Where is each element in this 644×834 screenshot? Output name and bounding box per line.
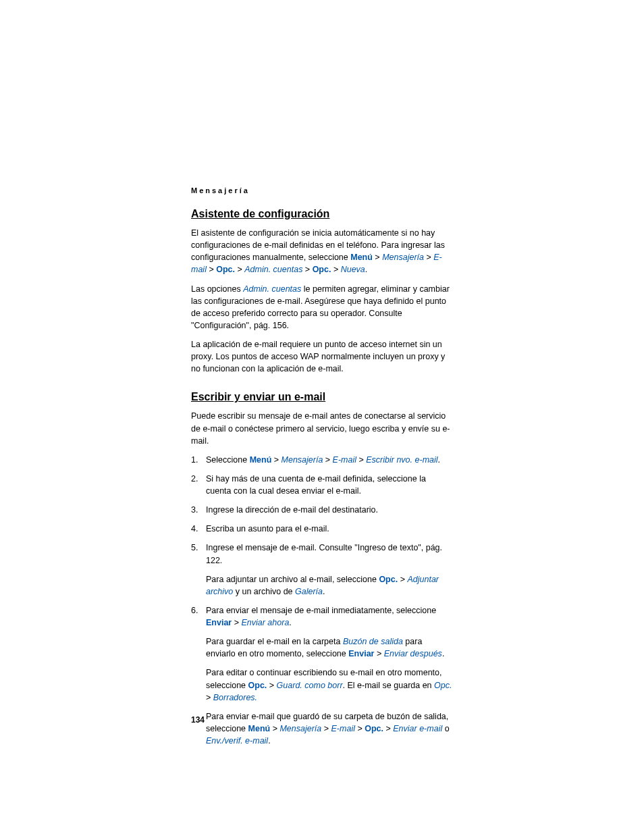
separator: > xyxy=(321,724,331,733)
separator: > xyxy=(355,724,365,733)
menu-link: Escribir nvo. e-mail xyxy=(366,455,437,465)
text: . xyxy=(365,265,367,274)
list-item: Para enviar el mensaje de e-mail inmedia… xyxy=(191,604,453,747)
menu-link: Galería xyxy=(295,587,323,596)
menu-link: Menú xyxy=(250,455,272,465)
menu-link: Opc. xyxy=(379,575,398,584)
text: Para enviar el mensaje de e-mail inmedia… xyxy=(206,606,436,615)
menu-link: Buzón de salida xyxy=(343,637,403,646)
menu-link: Opc. xyxy=(216,265,235,274)
menu-link: Admin. cuentas xyxy=(244,265,302,274)
separator: > xyxy=(424,253,433,262)
list-item: Ingrese el mensaje de e-mail. Consulte "… xyxy=(191,542,453,598)
menu-link: Enviar ahora xyxy=(241,618,289,627)
text: Las opciones xyxy=(191,284,243,294)
list-item: Ingrese la dirección de e-mail del desti… xyxy=(191,504,453,516)
page-number: 134 xyxy=(191,715,205,725)
separator: > xyxy=(271,455,281,465)
text: . xyxy=(268,736,270,746)
menu-link: Mensajería xyxy=(281,455,323,465)
menu-link: Opc. xyxy=(365,724,383,733)
menu-link: Env./verif. e-mail xyxy=(206,736,268,746)
menu-link: Menú xyxy=(350,253,373,262)
separator: > xyxy=(207,265,216,274)
sub-paragraph: Para editar o continuar escribiendo su e… xyxy=(206,667,453,703)
page-header-label: Mensajería xyxy=(191,186,453,194)
section-heading-config: Asistente de configuración xyxy=(191,208,453,220)
sub-paragraph: Para guardar el e-mail en la carpeta Buz… xyxy=(206,635,453,660)
menu-link: Enviar xyxy=(206,618,232,627)
sub-paragraph: Para enviar e-mail que guardó de su carp… xyxy=(206,710,453,747)
menu-link: Mensajería xyxy=(279,724,321,733)
text: . xyxy=(289,618,291,627)
menu-link: E-mail xyxy=(333,455,356,465)
separator: > xyxy=(398,575,407,584)
menu-link: Enviar xyxy=(348,649,374,658)
separator: > xyxy=(356,455,366,465)
separator: > xyxy=(374,649,383,658)
separator: > xyxy=(302,265,312,274)
menu-link: Guard. como borr xyxy=(277,681,343,690)
menu-link: Opc. xyxy=(434,681,452,690)
menu-link: Mensajería xyxy=(382,253,424,262)
section-heading-write: Escribir y enviar un e-mail xyxy=(191,391,453,403)
para-config-1: El asistente de configuración se inicia … xyxy=(191,227,453,276)
separator: > xyxy=(267,681,276,690)
separator: > xyxy=(373,253,382,262)
separator: > xyxy=(206,693,213,702)
para-config-2: Las opciones Admin. cuentas le permiten … xyxy=(191,283,453,332)
separator: > xyxy=(232,618,241,627)
text: . xyxy=(323,587,325,596)
menu-link: Opc. xyxy=(313,265,331,274)
separator: > xyxy=(323,455,332,465)
menu-link: Enviar e-mail xyxy=(393,724,442,733)
para-config-3: La aplicación de e-mail requiere un punt… xyxy=(191,338,453,375)
text: . xyxy=(438,455,440,465)
instruction-list: Seleccione Menú > Mensajería > E-mail > … xyxy=(191,454,453,747)
text: Ingrese el mensaje de e-mail. Consulte "… xyxy=(206,543,442,565)
text: Seleccione xyxy=(206,455,250,465)
menu-link: Admin. cuentas xyxy=(243,284,301,294)
separator: > xyxy=(235,265,244,274)
text: Para adjuntar un archivo al e-mail, sele… xyxy=(206,575,379,584)
menu-link: Opc. xyxy=(248,681,267,690)
text: o xyxy=(442,724,449,733)
sub-paragraph: Para adjuntar un archivo al e-mail, sele… xyxy=(206,573,453,598)
menu-link: E-mail xyxy=(331,724,355,733)
list-item: Si hay más de una cuenta de e-mail defin… xyxy=(191,473,453,497)
menu-link: Enviar después xyxy=(384,649,442,658)
menu-link: Nueva xyxy=(341,265,365,274)
text: y un archivo de xyxy=(233,587,295,596)
list-item: Seleccione Menú > Mensajería > E-mail > … xyxy=(191,454,453,466)
text: . El e-mail se guarda en xyxy=(343,681,435,690)
para-write-intro: Puede escribir su mensaje de e-mail ante… xyxy=(191,410,453,446)
menu-link: Borradores. xyxy=(213,693,257,702)
text: Para guardar el e-mail en la carpeta xyxy=(206,637,343,646)
separator: > xyxy=(383,724,393,733)
text: . xyxy=(442,649,444,658)
separator: > xyxy=(331,265,340,274)
list-item: Escriba un asunto para el e-mail. xyxy=(191,523,453,535)
menu-link: Menú xyxy=(248,724,271,733)
separator: > xyxy=(270,724,279,733)
